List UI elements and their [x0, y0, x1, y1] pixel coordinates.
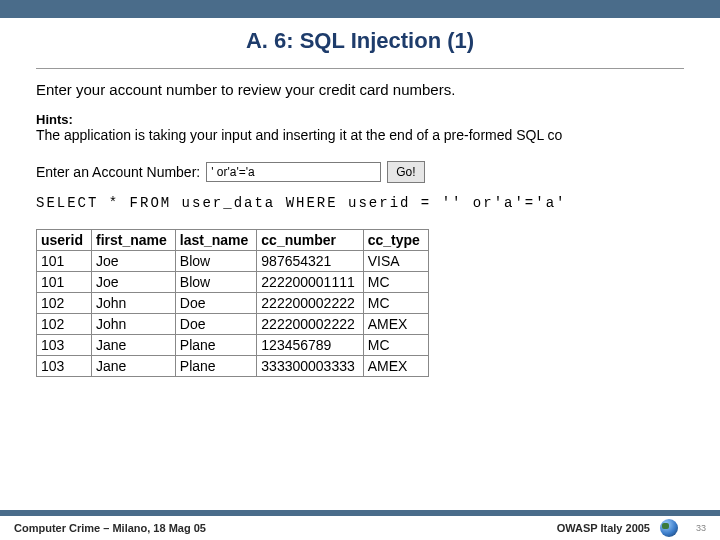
table-cell: 103 — [37, 335, 92, 356]
sql-query: SELECT * FROM user_data WHERE userid = '… — [36, 195, 684, 211]
col-header: first_name — [92, 230, 176, 251]
footer-left: Computer Crime – Milano, 18 Mag 05 — [14, 522, 206, 534]
slide-title: A. 6: SQL Injection (1) — [0, 28, 720, 54]
table-cell: 222200002222 — [257, 293, 363, 314]
hints-text: The application is taking your input and… — [36, 127, 684, 143]
table-cell: 222200001111 — [257, 272, 363, 293]
table-cell: 222200002222 — [257, 314, 363, 335]
table-cell: AMEX — [363, 314, 428, 335]
col-header: cc_number — [257, 230, 363, 251]
table-cell: Plane — [175, 356, 256, 377]
account-input[interactable] — [206, 162, 381, 182]
table-cell: MC — [363, 335, 428, 356]
table-cell: Doe — [175, 314, 256, 335]
table-cell: John — [92, 314, 176, 335]
table-row: 103JanePlane333300003333AMEX — [37, 356, 429, 377]
go-button[interactable]: Go! — [387, 161, 424, 183]
table-cell: Jane — [92, 356, 176, 377]
results-table: useridfirst_namelast_namecc_numbercc_typ… — [36, 229, 429, 377]
table-row: 101JoeBlow987654321VISA — [37, 251, 429, 272]
table-cell: 103 — [37, 356, 92, 377]
table-cell: MC — [363, 293, 428, 314]
prompt-text: Enter your account number to review your… — [36, 81, 684, 98]
account-label: Enter an Account Number: — [36, 164, 200, 180]
input-row: Enter an Account Number: Go! — [36, 161, 684, 183]
table-cell: 987654321 — [257, 251, 363, 272]
hints-label: Hints: — [36, 112, 684, 127]
footer: Computer Crime – Milano, 18 Mag 05 OWASP… — [0, 510, 720, 540]
table-cell: Joe — [92, 272, 176, 293]
divider — [36, 68, 684, 69]
table-cell: 333300003333 — [257, 356, 363, 377]
footer-right: OWASP Italy 2005 — [557, 522, 650, 534]
globe-icon — [660, 519, 678, 537]
col-header: cc_type — [363, 230, 428, 251]
top-bar — [0, 0, 720, 18]
table-cell: 102 — [37, 314, 92, 335]
table-cell: VISA — [363, 251, 428, 272]
table-cell: Blow — [175, 272, 256, 293]
table-row: 101JoeBlow222200001111MC — [37, 272, 429, 293]
table-cell: John — [92, 293, 176, 314]
table-cell: 101 — [37, 272, 92, 293]
table-cell: Joe — [92, 251, 176, 272]
table-row: 102JohnDoe222200002222MC — [37, 293, 429, 314]
col-header: last_name — [175, 230, 256, 251]
table-cell: Plane — [175, 335, 256, 356]
page-number: 33 — [688, 523, 706, 533]
table-row: 103JanePlane123456789MC — [37, 335, 429, 356]
table-cell: Doe — [175, 293, 256, 314]
table-row: 102JohnDoe222200002222AMEX — [37, 314, 429, 335]
table-cell: AMEX — [363, 356, 428, 377]
table-cell: 102 — [37, 293, 92, 314]
table-cell: Blow — [175, 251, 256, 272]
table-cell: 101 — [37, 251, 92, 272]
table-cell: MC — [363, 272, 428, 293]
col-header: userid — [37, 230, 92, 251]
table-cell: Jane — [92, 335, 176, 356]
table-cell: 123456789 — [257, 335, 363, 356]
